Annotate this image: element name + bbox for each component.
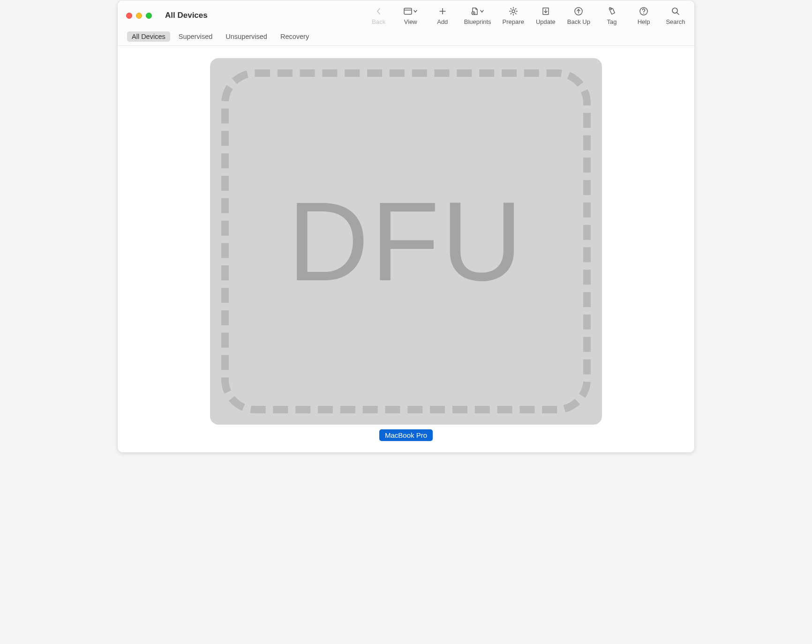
titlebar: All Devices Back View	[118, 0, 694, 29]
toolbar-label: Tag	[607, 18, 617, 25]
scope-unsupervised[interactable]: Unsupervised	[221, 31, 272, 42]
minimize-window-button[interactable]	[136, 13, 142, 19]
dfu-badge-text: DFU	[287, 177, 524, 306]
toolbar-label: Add	[437, 18, 448, 25]
svg-point-19	[610, 8, 612, 9]
device-label[interactable]: MacBook Pro	[379, 429, 433, 441]
toolbar-label: Blueprints	[464, 18, 491, 25]
blueprint-icon	[470, 6, 485, 16]
close-window-button[interactable]	[126, 13, 132, 19]
question-circle-icon	[639, 6, 648, 16]
view-button[interactable]: View	[400, 6, 421, 25]
backup-button[interactable]: Back Up	[567, 6, 590, 25]
scope-bar: All Devices Supervised Unsupervised Reco…	[118, 29, 694, 46]
svg-line-12	[511, 8, 511, 9]
window-title: All Devices	[165, 11, 208, 20]
toolbar-label: Help	[638, 18, 650, 25]
scope-all-devices[interactable]: All Devices	[127, 31, 170, 42]
svg-line-13	[515, 13, 516, 14]
help-button[interactable]: Help	[633, 6, 654, 25]
app-window: All Devices Back View	[117, 0, 695, 453]
back-button: Back	[368, 6, 389, 25]
svg-line-14	[511, 13, 511, 14]
window-icon	[404, 6, 418, 16]
content-area: DFU MacBook Pro	[118, 46, 694, 452]
svg-line-23	[677, 13, 679, 15]
svg-point-21	[643, 13, 644, 14]
blueprints-button[interactable]: Blueprints	[464, 6, 491, 25]
toolbar-label: View	[404, 18, 417, 25]
toolbar-label: Back	[372, 18, 385, 25]
toolbar-label: Prepare	[503, 18, 524, 25]
update-button[interactable]: Update	[535, 6, 556, 25]
traffic-lights	[126, 13, 152, 19]
fullscreen-window-button[interactable]	[146, 13, 152, 19]
toolbar-label: Search	[666, 18, 685, 25]
device-item[interactable]: DFU MacBook Pro	[210, 58, 602, 441]
scope-supervised[interactable]: Supervised	[174, 31, 218, 42]
upload-icon	[574, 6, 583, 16]
tag-icon	[607, 6, 617, 16]
search-button[interactable]: Search	[665, 6, 686, 25]
device-thumbnail[interactable]: DFU	[210, 58, 602, 425]
toolbar: Back View	[368, 6, 686, 25]
search-icon	[671, 6, 680, 16]
toolbar-label: Back Up	[567, 18, 590, 25]
chevron-left-icon	[376, 6, 382, 16]
plus-icon	[438, 6, 447, 16]
tag-button[interactable]: Tag	[601, 6, 622, 25]
svg-point-7	[512, 10, 515, 13]
svg-point-22	[672, 8, 677, 13]
scope-recovery[interactable]: Recovery	[276, 31, 314, 42]
svg-line-15	[515, 8, 516, 9]
svg-rect-0	[404, 8, 412, 14]
prepare-button[interactable]: Prepare	[503, 6, 524, 25]
gear-icon	[509, 6, 518, 16]
toolbar-label: Update	[536, 18, 556, 25]
download-icon	[541, 6, 550, 16]
add-button[interactable]: Add	[432, 6, 453, 25]
